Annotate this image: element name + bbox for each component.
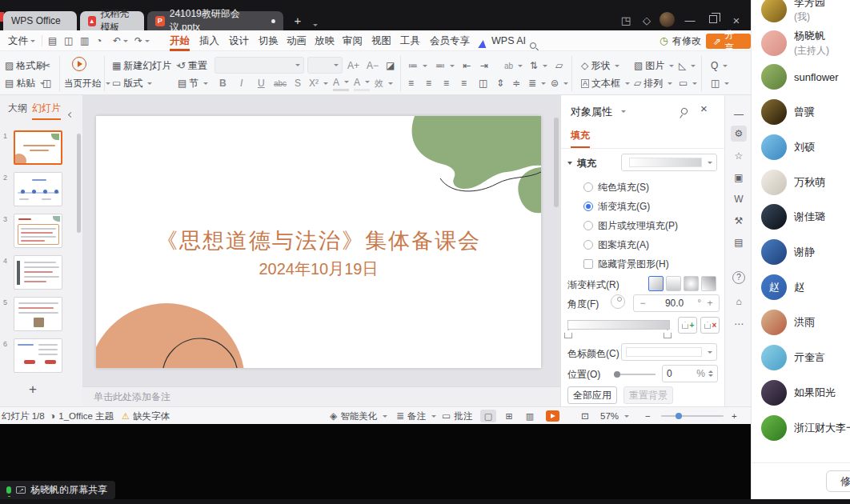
highlight-button[interactable]: A — [354, 75, 370, 91]
distribute-button[interactable]: ⊜ — [551, 75, 568, 91]
align-justify-button[interactable]: ≡ — [461, 75, 467, 91]
text-convert-button[interactable]: ▱ — [555, 58, 563, 74]
fill-option-pattern[interactable]: 图案填充(A) — [583, 238, 649, 252]
position-spinbox[interactable]: 0 % — [662, 365, 718, 382]
menu-wps-ai[interactable]: WPS AI — [491, 34, 526, 51]
more-tools-icon[interactable]: ⋯ — [731, 316, 747, 332]
tab-presentation-active[interactable]: P241019教研部会议.pptx — [147, 11, 283, 30]
participant-row[interactable]: 谢佳璐 — [761, 204, 825, 230]
copy-button[interactable]: ◫ — [42, 75, 51, 91]
tab-outline[interactable]: 大纲 — [8, 102, 27, 115]
gradient-style-2[interactable] — [666, 276, 681, 291]
menu-transition[interactable]: 切换 — [259, 34, 279, 51]
spinner-arrows-icon[interactable] — [708, 370, 713, 377]
section-button[interactable]: ▤节 — [178, 75, 208, 91]
columns-button[interactable]: ◫ — [479, 75, 487, 91]
comments-button[interactable]: ▭批注 — [442, 410, 472, 422]
fill-section-header[interactable]: 填充 — [567, 156, 596, 170]
align-right-button[interactable]: ≡ — [443, 75, 449, 91]
apply-all-button[interactable]: 全部应用 — [567, 386, 617, 404]
current-slide[interactable]: 《思想道德与法治》集体备课会 2024年10月19日 — [96, 116, 541, 368]
participant-row[interactable]: 李芳园(我) — [761, 0, 825, 24]
properties-icon[interactable]: ⚙ — [731, 126, 747, 142]
remove-stop-button[interactable]: × — [700, 317, 720, 334]
export-icon[interactable]: ◫ — [64, 34, 73, 47]
wordart-icon[interactable]: W — [731, 191, 747, 207]
tab-docer-template[interactable]: ▲找稻壳模板 — [80, 11, 144, 30]
font-family-select[interactable] — [215, 57, 304, 74]
tab-wps-office[interactable]: WPS Office — [3, 11, 77, 30]
angle-plus[interactable]: + — [701, 298, 719, 309]
clear-format-button[interactable]: ◪ — [386, 58, 395, 74]
align-left-button[interactable]: ≡ — [408, 75, 414, 91]
panel-title-chevron-icon[interactable] — [621, 110, 626, 113]
participant-row[interactable]: sunflower — [761, 64, 839, 90]
slide-sorter-view-button[interactable]: ⊞ — [501, 410, 517, 422]
picture-button[interactable]: ▧图片 — [634, 58, 674, 74]
angle-dial[interactable] — [611, 294, 625, 311]
stop-color-select[interactable] — [621, 343, 717, 361]
tab-fill[interactable]: 填充 — [571, 129, 590, 148]
angle-minus[interactable]: − — [634, 298, 652, 309]
reading-view-button[interactable]: ▥ — [522, 410, 538, 422]
participant-row[interactable]: 曾骥 — [761, 99, 815, 125]
pin-icon[interactable] — [681, 106, 688, 117]
paste-button[interactable]: ▤粘贴 — [5, 75, 45, 91]
play-from-current-icon[interactable] — [72, 56, 86, 72]
undo-icon[interactable]: ↶ — [113, 34, 128, 47]
participant-row[interactable]: 谢静 — [761, 239, 815, 265]
print-icon[interactable]: ▥ — [80, 34, 89, 47]
layout-button[interactable]: ▭版式 — [112, 75, 152, 91]
position-slider[interactable] — [614, 374, 656, 375]
close-button[interactable]: × — [728, 13, 744, 29]
collapse-panel-icon[interactable]: — — [731, 106, 747, 122]
angle-value[interactable]: 90.0 — [652, 298, 697, 309]
angle-stepper[interactable]: − 90.0 ° + — [633, 294, 720, 312]
gradient-stops-track[interactable] — [567, 320, 670, 330]
canvas-scrollbar[interactable] — [554, 118, 559, 207]
bullets-button[interactable]: ≔ — [408, 58, 427, 74]
arrange-button[interactable]: ▱排列 — [634, 75, 672, 91]
participant-row[interactable]: 亓奎言 — [761, 345, 825, 370]
slideshow-play-button[interactable] — [546, 410, 559, 422]
fill-button[interactable]: ◺ — [679, 58, 696, 74]
screen-share-banner[interactable]: ↗ 杨晓帆的屏幕共享 — [0, 481, 115, 499]
fit-window-button[interactable]: ⊡ — [581, 410, 589, 422]
tools-icon[interactable]: ⚒ — [731, 213, 747, 229]
slide-thumbnail-6[interactable] — [14, 338, 62, 373]
underline-button[interactable]: U — [258, 75, 265, 91]
pinyin-button[interactable]: ab — [504, 58, 523, 74]
new-tab-button[interactable]: + — [290, 13, 306, 29]
zoom-out-button[interactable]: − — [645, 410, 651, 422]
increase-font-button[interactable]: A+ — [347, 58, 359, 74]
superscript-button[interactable]: X² — [309, 75, 328, 91]
reference-icon[interactable]: ▤ — [731, 234, 747, 250]
decrease-indent-button[interactable]: ⇤ — [463, 58, 471, 74]
font-size-select[interactable] — [307, 57, 343, 74]
hide-background-checkbox[interactable]: 隐藏背景图形(H) — [583, 257, 669, 271]
character-spacing-button[interactable]: ⇅ — [530, 58, 547, 74]
zoom-level[interactable]: 57% — [600, 410, 629, 422]
panel-close-icon[interactable]: × — [700, 102, 708, 115]
numbering-button[interactable]: ≕ — [435, 58, 455, 74]
smart-beautify-button[interactable]: ◈智能美化 — [330, 410, 387, 422]
font-color-button[interactable]: A — [333, 75, 349, 91]
slide-thumbnail-2[interactable] — [14, 172, 62, 206]
slide-thumbnail-4[interactable] — [14, 255, 62, 290]
position-slider-handle[interactable] — [614, 371, 620, 378]
vertical-align-button[interactable]: ≑ — [512, 75, 520, 91]
participant-row[interactable]: 万秋萌 — [761, 170, 825, 195]
slide-size-button[interactable]: ▭ — [679, 75, 697, 91]
cube-icon[interactable]: ◇ — [639, 13, 655, 29]
restore-button[interactable] — [709, 15, 717, 23]
text-effect-button[interactable]: 效 — [375, 75, 393, 91]
participant-row[interactable]: 赵赵 — [761, 274, 804, 300]
paragraph-spacing-button[interactable]: ⇕ — [496, 75, 504, 91]
menu-view[interactable]: 视图 — [371, 34, 391, 51]
meeting-footer-button[interactable]: 修 — [826, 470, 850, 492]
participant-row[interactable]: 浙江财大李一 — [761, 415, 850, 441]
line-spacing-button[interactable]: ≣ — [528, 75, 546, 91]
selection-pane-icon[interactable]: ▣ — [731, 170, 747, 186]
add-stop-button[interactable]: + — [678, 317, 697, 334]
missing-font-warning[interactable]: ⚠缺失字体 — [122, 410, 170, 422]
